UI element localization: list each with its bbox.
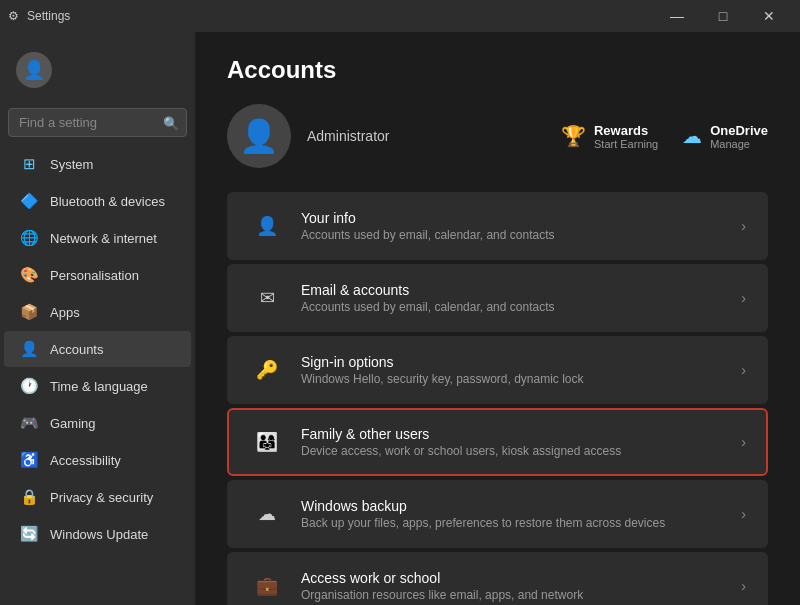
search-input[interactable] (8, 108, 187, 137)
your-info-title: Your info (301, 210, 741, 226)
sidebar-label-system: System (50, 157, 93, 172)
sign-in-title: Sign-in options (301, 354, 741, 370)
sidebar-label-time: Time & language (50, 379, 148, 394)
settings-item-work-school[interactable]: 💼 Access work or school Organisation res… (227, 552, 768, 605)
sidebar-item-update[interactable]: 🔄 Windows Update (4, 516, 191, 552)
update-icon: 🔄 (20, 525, 38, 543)
sidebar-item-accessibility[interactable]: ♿ Accessibility (4, 442, 191, 478)
onedrive-title: OneDrive (710, 123, 768, 138)
account-avatar: 👤 (227, 104, 291, 168)
sidebar-label-personalisation: Personalisation (50, 268, 139, 283)
onedrive-action[interactable]: ☁ OneDrive Manage (682, 123, 768, 150)
apps-icon: 📦 (20, 303, 38, 321)
settings-list: 👤 Your info Accounts used by email, cale… (227, 192, 768, 605)
sidebar-item-network[interactable]: 🌐 Network & internet (4, 220, 191, 256)
backup-icon: ☁ (249, 496, 285, 532)
backup-chevron: › (741, 506, 746, 522)
backup-text: Windows backup Back up your files, apps,… (301, 498, 741, 530)
account-header-right: 🏆 Rewards Start Earning ☁ OneDrive Manag… (561, 123, 768, 150)
bluetooth-icon: 🔷 (20, 192, 38, 210)
sidebar: 👤 🔍 ⊞ System 🔷 Bluetooth & devices 🌐 Net… (0, 32, 195, 605)
email-accounts-icon: ✉ (249, 280, 285, 316)
gaming-icon: 🎮 (20, 414, 38, 432)
content-area: Accounts 👤 Administrator 🏆 Rewards Start… (195, 32, 800, 605)
email-accounts-chevron: › (741, 290, 746, 306)
email-accounts-desc: Accounts used by email, calendar, and co… (301, 300, 741, 314)
sidebar-item-personalisation[interactable]: 🎨 Personalisation (4, 257, 191, 293)
settings-item-sign-in[interactable]: 🔑 Sign-in options Windows Hello, securit… (227, 336, 768, 404)
sidebar-avatar: 👤 (16, 52, 52, 88)
titlebar-controls: — □ ✕ (654, 0, 792, 32)
work-school-desc: Organisation resources like email, apps,… (301, 588, 741, 602)
sidebar-label-gaming: Gaming (50, 416, 96, 431)
minimize-button[interactable]: — (654, 0, 700, 32)
sidebar-label-update: Windows Update (50, 527, 148, 542)
family-text: Family & other users Device access, work… (301, 426, 741, 458)
accounts-icon: 👤 (20, 340, 38, 358)
maximize-button[interactable]: □ (700, 0, 746, 32)
family-desc: Device access, work or school users, kio… (301, 444, 741, 458)
your-info-icon: 👤 (249, 208, 285, 244)
family-chevron: › (741, 434, 746, 450)
system-icon: ⊞ (20, 155, 38, 173)
network-icon: 🌐 (20, 229, 38, 247)
work-school-text: Access work or school Organisation resou… (301, 570, 741, 602)
settings-item-email-accounts[interactable]: ✉ Email & accounts Accounts used by emai… (227, 264, 768, 332)
close-button[interactable]: ✕ (746, 0, 792, 32)
account-header-left: 👤 Administrator (227, 104, 389, 168)
sidebar-item-time[interactable]: 🕐 Time & language (4, 368, 191, 404)
email-accounts-text: Email & accounts Accounts used by email,… (301, 282, 741, 314)
rewards-subtitle: Start Earning (594, 138, 658, 150)
sidebar-item-gaming[interactable]: 🎮 Gaming (4, 405, 191, 441)
privacy-icon: 🔒 (20, 488, 38, 506)
sidebar-label-network: Network & internet (50, 231, 157, 246)
onedrive-subtitle: Manage (710, 138, 768, 150)
titlebar-title: Settings (27, 9, 70, 23)
personalisation-icon: 🎨 (20, 266, 38, 284)
backup-desc: Back up your files, apps, preferences to… (301, 516, 741, 530)
rewards-title: Rewards (594, 123, 658, 138)
sign-in-desc: Windows Hello, security key, password, d… (301, 372, 741, 386)
onedrive-text: OneDrive Manage (710, 123, 768, 150)
your-info-chevron: › (741, 218, 746, 234)
search-icon: 🔍 (163, 115, 179, 130)
page-title: Accounts (227, 56, 768, 84)
sidebar-item-system[interactable]: ⊞ System (4, 146, 191, 182)
titlebar: ⚙ Settings — □ ✕ (0, 0, 800, 32)
sidebar-item-apps[interactable]: 📦 Apps (4, 294, 191, 330)
account-header: 👤 Administrator 🏆 Rewards Start Earning … (227, 104, 768, 168)
main-container: 👤 🔍 ⊞ System 🔷 Bluetooth & devices 🌐 Net… (0, 32, 800, 605)
rewards-text: Rewards Start Earning (594, 123, 658, 150)
sidebar-profile: 👤 (0, 40, 195, 100)
settings-icon: ⚙ (8, 9, 19, 23)
settings-item-backup[interactable]: ☁ Windows backup Back up your files, app… (227, 480, 768, 548)
search-box: 🔍 (8, 108, 187, 137)
sidebar-label-accessibility: Accessibility (50, 453, 121, 468)
email-accounts-title: Email & accounts (301, 282, 741, 298)
sidebar-label-apps: Apps (50, 305, 80, 320)
your-info-desc: Accounts used by email, calendar, and co… (301, 228, 741, 242)
sidebar-label-privacy: Privacy & security (50, 490, 153, 505)
backup-title: Windows backup (301, 498, 741, 514)
work-school-chevron: › (741, 578, 746, 594)
accessibility-icon: ♿ (20, 451, 38, 469)
titlebar-left: ⚙ Settings (8, 9, 70, 23)
sidebar-item-accounts[interactable]: 👤 Accounts (4, 331, 191, 367)
sign-in-chevron: › (741, 362, 746, 378)
onedrive-icon: ☁ (682, 124, 702, 148)
time-icon: 🕐 (20, 377, 38, 395)
sidebar-item-privacy[interactable]: 🔒 Privacy & security (4, 479, 191, 515)
sign-in-text: Sign-in options Windows Hello, security … (301, 354, 741, 386)
work-school-icon: 💼 (249, 568, 285, 604)
family-icon: 👨‍👩‍👧 (249, 424, 285, 460)
family-title: Family & other users (301, 426, 741, 442)
work-school-title: Access work or school (301, 570, 741, 586)
account-name: Administrator (307, 128, 389, 144)
nav-list: ⊞ System 🔷 Bluetooth & devices 🌐 Network… (0, 145, 195, 553)
settings-item-family[interactable]: 👨‍👩‍👧 Family & other users Device access… (227, 408, 768, 476)
settings-item-your-info[interactable]: 👤 Your info Accounts used by email, cale… (227, 192, 768, 260)
your-info-text: Your info Accounts used by email, calend… (301, 210, 741, 242)
sidebar-item-bluetooth[interactable]: 🔷 Bluetooth & devices (4, 183, 191, 219)
rewards-action[interactable]: 🏆 Rewards Start Earning (561, 123, 658, 150)
rewards-icon: 🏆 (561, 124, 586, 148)
